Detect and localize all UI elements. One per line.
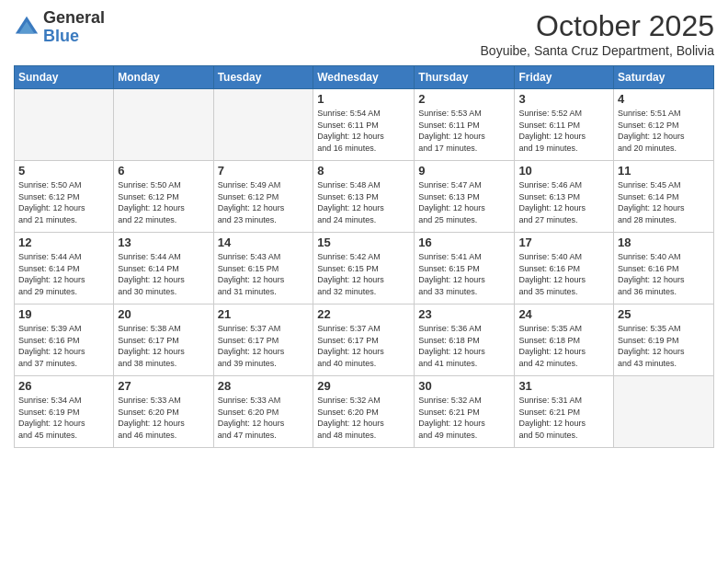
day-info: Sunrise: 5:44 AM Sunset: 6:14 PM Dayligh… [118, 251, 209, 297]
table-row: 26Sunrise: 5:34 AM Sunset: 6:19 PM Dayli… [15, 376, 114, 448]
day-info: Sunrise: 5:49 AM Sunset: 6:12 PM Dayligh… [218, 179, 310, 225]
table-row: 1Sunrise: 5:54 AM Sunset: 6:11 PM Daylig… [313, 89, 415, 161]
table-row: 30Sunrise: 5:32 AM Sunset: 6:21 PM Dayli… [415, 376, 515, 448]
week-row-1: 1Sunrise: 5:54 AM Sunset: 6:11 PM Daylig… [15, 89, 714, 161]
calendar-header-row: Sunday Monday Tuesday Wednesday Thursday… [15, 66, 714, 89]
day-number: 13 [118, 236, 209, 249]
day-number: 22 [317, 307, 410, 321]
day-info: Sunrise: 5:45 AM Sunset: 6:14 PM Dayligh… [618, 179, 710, 225]
table-row: 24Sunrise: 5:35 AM Sunset: 6:18 PM Dayli… [515, 304, 614, 376]
day-number: 15 [317, 236, 410, 249]
day-number: 2 [418, 92, 510, 106]
logo: General Blue [14, 9, 105, 46]
page: General Blue October 2025 Boyuibe, Santa… [0, 0, 728, 563]
day-info: Sunrise: 5:54 AM Sunset: 6:11 PM Dayligh… [317, 108, 410, 154]
day-number: 31 [518, 379, 609, 393]
day-number: 29 [317, 379, 410, 393]
day-info: Sunrise: 5:31 AM Sunset: 6:21 PM Dayligh… [518, 395, 609, 441]
table-row: 20Sunrise: 5:38 AM Sunset: 6:17 PM Dayli… [114, 304, 213, 376]
day-info: Sunrise: 5:37 AM Sunset: 6:17 PM Dayligh… [218, 323, 310, 369]
day-number: 6 [118, 164, 209, 178]
day-number: 7 [218, 164, 310, 178]
day-info: Sunrise: 5:39 AM Sunset: 6:16 PM Dayligh… [18, 323, 109, 369]
day-info: Sunrise: 5:52 AM Sunset: 6:11 PM Dayligh… [518, 108, 609, 154]
week-row-2: 5Sunrise: 5:50 AM Sunset: 6:12 PM Daylig… [15, 161, 714, 233]
col-tuesday: Tuesday [213, 66, 313, 89]
day-number: 4 [618, 92, 710, 106]
day-info: Sunrise: 5:35 AM Sunset: 6:19 PM Dayligh… [618, 323, 710, 369]
day-info: Sunrise: 5:46 AM Sunset: 6:13 PM Dayligh… [518, 179, 609, 225]
col-friday: Friday [515, 66, 614, 89]
day-info: Sunrise: 5:38 AM Sunset: 6:17 PM Dayligh… [118, 323, 209, 369]
day-number: 21 [218, 307, 310, 321]
day-number: 14 [218, 236, 310, 249]
week-row-3: 12Sunrise: 5:44 AM Sunset: 6:14 PM Dayli… [15, 233, 714, 304]
day-info: Sunrise: 5:32 AM Sunset: 6:20 PM Dayligh… [317, 395, 410, 441]
day-info: Sunrise: 5:51 AM Sunset: 6:12 PM Dayligh… [618, 108, 710, 154]
table-row: 14Sunrise: 5:43 AM Sunset: 6:15 PM Dayli… [213, 233, 313, 304]
table-row: 28Sunrise: 5:33 AM Sunset: 6:20 PM Dayli… [213, 376, 313, 448]
month-title: October 2025 [481, 9, 714, 43]
table-row: 27Sunrise: 5:33 AM Sunset: 6:20 PM Dayli… [114, 376, 213, 448]
day-info: Sunrise: 5:47 AM Sunset: 6:13 PM Dayligh… [418, 179, 510, 225]
col-thursday: Thursday [415, 66, 515, 89]
table-row: 17Sunrise: 5:40 AM Sunset: 6:16 PM Dayli… [515, 233, 614, 304]
day-info: Sunrise: 5:36 AM Sunset: 6:18 PM Dayligh… [418, 323, 510, 369]
table-row: 9Sunrise: 5:47 AM Sunset: 6:13 PM Daylig… [415, 161, 515, 233]
table-row: 18Sunrise: 5:40 AM Sunset: 6:16 PM Dayli… [614, 233, 714, 304]
day-info: Sunrise: 5:32 AM Sunset: 6:21 PM Dayligh… [418, 395, 510, 441]
col-wednesday: Wednesday [313, 66, 415, 89]
col-saturday: Saturday [614, 66, 714, 89]
day-number: 3 [518, 92, 609, 106]
day-info: Sunrise: 5:50 AM Sunset: 6:12 PM Dayligh… [18, 179, 109, 225]
day-info: Sunrise: 5:40 AM Sunset: 6:16 PM Dayligh… [618, 251, 710, 297]
day-number: 18 [618, 236, 710, 249]
day-info: Sunrise: 5:33 AM Sunset: 6:20 PM Dayligh… [118, 395, 209, 441]
table-row: 23Sunrise: 5:36 AM Sunset: 6:18 PM Dayli… [415, 304, 515, 376]
table-row [614, 376, 714, 448]
table-row: 7Sunrise: 5:49 AM Sunset: 6:12 PM Daylig… [213, 161, 313, 233]
header: General Blue October 2025 Boyuibe, Santa… [14, 9, 714, 58]
day-number: 24 [518, 307, 609, 321]
day-number: 11 [618, 164, 710, 178]
day-info: Sunrise: 5:37 AM Sunset: 6:17 PM Dayligh… [317, 323, 410, 369]
day-number: 17 [518, 236, 609, 249]
day-number: 20 [118, 307, 209, 321]
table-row: 13Sunrise: 5:44 AM Sunset: 6:14 PM Dayli… [114, 233, 213, 304]
table-row: 2Sunrise: 5:53 AM Sunset: 6:11 PM Daylig… [415, 89, 515, 161]
week-row-5: 26Sunrise: 5:34 AM Sunset: 6:19 PM Dayli… [15, 376, 714, 448]
day-number: 25 [618, 307, 710, 321]
day-number: 27 [118, 379, 209, 393]
day-number: 26 [18, 379, 109, 393]
table-row: 25Sunrise: 5:35 AM Sunset: 6:19 PM Dayli… [614, 304, 714, 376]
day-info: Sunrise: 5:35 AM Sunset: 6:18 PM Dayligh… [518, 323, 609, 369]
table-row: 11Sunrise: 5:45 AM Sunset: 6:14 PM Dayli… [614, 161, 714, 233]
table-row: 4Sunrise: 5:51 AM Sunset: 6:12 PM Daylig… [614, 89, 714, 161]
location: Boyuibe, Santa Cruz Department, Bolivia [481, 43, 714, 58]
table-row: 19Sunrise: 5:39 AM Sunset: 6:16 PM Dayli… [15, 304, 114, 376]
day-number: 1 [317, 92, 410, 106]
day-number: 9 [418, 164, 510, 178]
day-info: Sunrise: 5:34 AM Sunset: 6:19 PM Dayligh… [18, 395, 109, 441]
col-sunday: Sunday [15, 66, 114, 89]
day-number: 16 [418, 236, 510, 249]
day-info: Sunrise: 5:43 AM Sunset: 6:15 PM Dayligh… [218, 251, 310, 297]
week-row-4: 19Sunrise: 5:39 AM Sunset: 6:16 PM Dayli… [15, 304, 714, 376]
table-row [15, 89, 114, 161]
table-row: 29Sunrise: 5:32 AM Sunset: 6:20 PM Dayli… [313, 376, 415, 448]
day-info: Sunrise: 5:33 AM Sunset: 6:20 PM Dayligh… [218, 395, 310, 441]
day-info: Sunrise: 5:48 AM Sunset: 6:13 PM Dayligh… [317, 179, 410, 225]
col-monday: Monday [114, 66, 213, 89]
table-row: 12Sunrise: 5:44 AM Sunset: 6:14 PM Dayli… [15, 233, 114, 304]
logo-icon [14, 15, 40, 40]
table-row: 10Sunrise: 5:46 AM Sunset: 6:13 PM Dayli… [515, 161, 614, 233]
day-number: 23 [418, 307, 510, 321]
day-info: Sunrise: 5:53 AM Sunset: 6:11 PM Dayligh… [418, 108, 510, 154]
table-row: 21Sunrise: 5:37 AM Sunset: 6:17 PM Dayli… [213, 304, 313, 376]
day-info: Sunrise: 5:50 AM Sunset: 6:12 PM Dayligh… [118, 179, 209, 225]
table-row: 15Sunrise: 5:42 AM Sunset: 6:15 PM Dayli… [313, 233, 415, 304]
day-info: Sunrise: 5:40 AM Sunset: 6:16 PM Dayligh… [518, 251, 609, 297]
day-number: 12 [18, 236, 109, 249]
day-number: 5 [18, 164, 109, 178]
day-number: 8 [317, 164, 410, 178]
